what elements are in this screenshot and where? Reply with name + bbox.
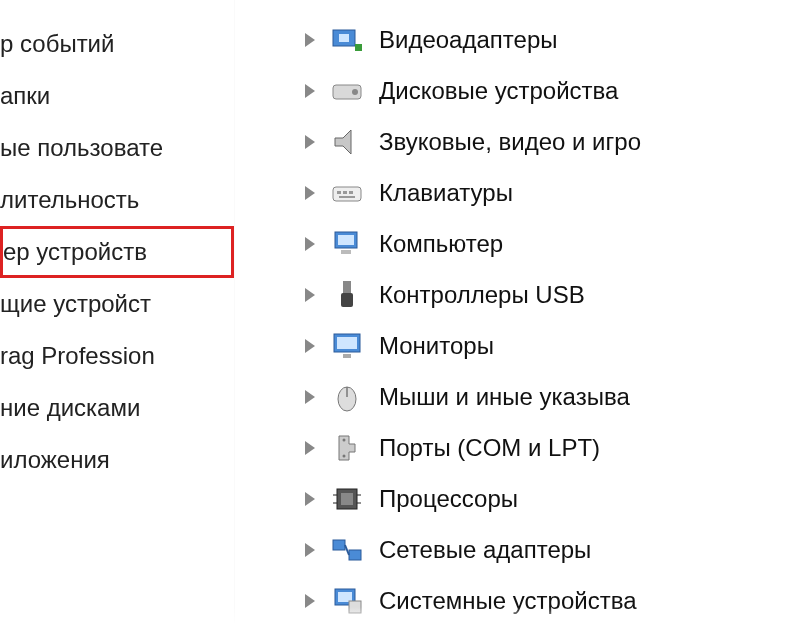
tree-item-label: р событий	[0, 30, 114, 57]
tree-item[interactable]: ые пользовате	[0, 122, 234, 174]
svg-rect-7	[337, 191, 341, 194]
device-category-label: Мыши и иные указыва	[379, 383, 630, 411]
cpu-icon	[329, 481, 365, 517]
tree-item-label: апки	[0, 82, 50, 109]
svg-rect-9	[349, 191, 353, 194]
expand-icon[interactable]	[305, 288, 315, 302]
tree-item[interactable]: rag Profession	[0, 330, 234, 382]
svg-rect-30	[349, 550, 361, 560]
svg-rect-14	[343, 281, 351, 293]
svg-marker-5	[335, 130, 351, 154]
expand-icon[interactable]	[305, 33, 315, 47]
expand-icon[interactable]	[305, 237, 315, 251]
expand-icon[interactable]	[305, 594, 315, 608]
svg-point-22	[343, 454, 346, 457]
svg-point-4	[352, 89, 358, 95]
expand-icon[interactable]	[305, 186, 315, 200]
tree-item[interactable]: р событий	[0, 18, 234, 70]
expand-icon[interactable]	[305, 135, 315, 149]
device-category[interactable]: Сетевые адаптеры	[305, 524, 807, 575]
device-category[interactable]: Дисковые устройства	[305, 65, 807, 116]
tree-item-label: иложения	[0, 446, 110, 473]
device-category[interactable]: Контроллеры USB	[305, 269, 807, 320]
keyboard-icon	[329, 175, 365, 211]
expand-icon[interactable]	[305, 543, 315, 557]
display-adapter-icon	[329, 22, 365, 58]
disk-icon	[329, 73, 365, 109]
tree-item-label: ые пользовате	[0, 134, 163, 161]
tree-item-label: rag Profession	[0, 342, 155, 369]
device-category-label: Контроллеры USB	[379, 281, 585, 309]
device-category[interactable]: Звуковые, видео и игро	[305, 116, 807, 167]
tree-item[interactable]: иложения	[0, 434, 234, 486]
device-category[interactable]: Компьютер	[305, 218, 807, 269]
svg-rect-13	[341, 250, 351, 254]
svg-rect-34	[349, 601, 361, 613]
mouse-icon	[329, 379, 365, 415]
svg-rect-24	[341, 493, 353, 505]
device-category[interactable]: Порты (COM и LPT)	[305, 422, 807, 473]
device-category-label: Сетевые адаптеры	[379, 536, 591, 564]
svg-rect-8	[343, 191, 347, 194]
device-category-label: Системные устройства	[379, 587, 636, 615]
device-category[interactable]: Мыши и иные указыва	[305, 371, 807, 422]
speaker-icon	[329, 124, 365, 160]
tree-item-device-manager[interactable]: ер устройств	[0, 226, 234, 278]
svg-line-31	[345, 545, 349, 555]
system-icon	[329, 583, 365, 619]
tree-item[interactable]: ние дисками	[0, 382, 234, 434]
device-category[interactable]: Системные устройства	[305, 575, 807, 625]
svg-rect-2	[355, 44, 362, 51]
port-icon	[329, 430, 365, 466]
svg-rect-15	[341, 293, 353, 307]
svg-rect-29	[333, 540, 345, 550]
svg-rect-12	[338, 235, 354, 245]
device-category[interactable]: Видеоадаптеры	[305, 14, 807, 65]
device-category[interactable]: Процессоры	[305, 473, 807, 524]
expand-icon[interactable]	[305, 441, 315, 455]
expand-icon[interactable]	[305, 339, 315, 353]
network-icon	[329, 532, 365, 568]
monitor-icon	[329, 328, 365, 364]
svg-point-21	[343, 438, 346, 441]
device-category-label: Компьютер	[379, 230, 503, 258]
device-manager-tree: Видеоадаптеры Дисковые устройства Звуков…	[235, 0, 807, 625]
svg-rect-10	[339, 196, 355, 198]
device-category-label: Видеоадаптеры	[379, 26, 557, 54]
expand-icon[interactable]	[305, 390, 315, 404]
device-category[interactable]: Клавиатуры	[305, 167, 807, 218]
device-category-label: Звуковые, видео и игро	[379, 128, 641, 156]
device-category-label: Дисковые устройства	[379, 77, 618, 105]
device-category-label: Мониторы	[379, 332, 494, 360]
tree-item-label: щие устройст	[0, 290, 151, 317]
management-console-tree: р событий апки ые пользовате лительность…	[0, 0, 235, 625]
device-category[interactable]: Мониторы	[305, 320, 807, 371]
svg-rect-1	[339, 34, 349, 42]
usb-icon	[329, 277, 365, 313]
expand-icon[interactable]	[305, 84, 315, 98]
tree-item-label: ер устройств	[3, 238, 147, 265]
svg-rect-18	[343, 354, 351, 358]
tree-item-label: ние дисками	[0, 394, 140, 421]
tree-item[interactable]: щие устройст	[0, 278, 234, 330]
device-category-label: Процессоры	[379, 485, 518, 513]
tree-item[interactable]: лительность	[0, 174, 234, 226]
svg-rect-17	[337, 337, 357, 349]
device-category-label: Клавиатуры	[379, 179, 513, 207]
expand-icon[interactable]	[305, 492, 315, 506]
computer-icon	[329, 226, 365, 262]
device-category-label: Порты (COM и LPT)	[379, 434, 600, 462]
tree-item-label: лительность	[0, 186, 139, 213]
tree-item[interactable]: апки	[0, 70, 234, 122]
